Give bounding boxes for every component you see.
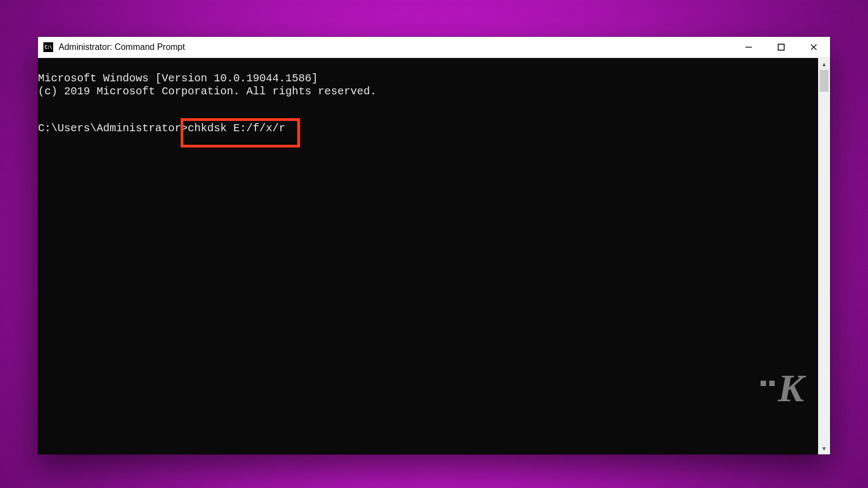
scroll-up-arrow-icon[interactable]: ▴ [818,58,830,70]
console-command: chkdsk E:/f/x/r [188,122,285,134]
window-title: Administrator: Command Prompt [59,42,185,52]
console-line-version: Microsoft Windows [Version 10.0.19044.15… [38,72,818,85]
console-prompt-line: C:\Users\Administrator>chkdsk E:/f/x/r [38,122,818,135]
console-prompt-prefix: C:\Users\Administrator> [38,122,188,134]
cmd-app-icon: C:\ [43,42,53,52]
maximize-button[interactable] [765,37,797,57]
client-area: Microsoft Windows [Version 10.0.19044.15… [38,58,830,454]
vertical-scrollbar[interactable]: ▴ ▾ [818,58,830,454]
titlebar[interactable]: C:\ Administrator: Command Prompt [38,37,830,58]
console-line-copyright: (c) 2019 Microsoft Corporation. All righ… [38,85,818,98]
window-controls [732,37,830,57]
scrollbar-track[interactable] [818,70,830,442]
maximize-icon [777,43,785,51]
scroll-down-arrow-icon[interactable]: ▾ [818,442,830,454]
close-button[interactable] [797,37,830,57]
console-output[interactable]: Microsoft Windows [Version 10.0.19044.15… [38,58,818,454]
command-prompt-window: C:\ Administrator: Command Prompt Micros… [38,37,830,454]
watermark-letter: K [778,367,802,410]
svg-rect-1 [778,44,784,50]
minimize-icon [745,43,752,51]
desktop-background: C:\ Administrator: Command Prompt Micros… [0,0,868,488]
watermark: K [685,330,802,447]
scrollbar-thumb[interactable] [820,70,828,92]
minimize-button[interactable] [732,37,765,57]
close-icon [810,43,818,51]
